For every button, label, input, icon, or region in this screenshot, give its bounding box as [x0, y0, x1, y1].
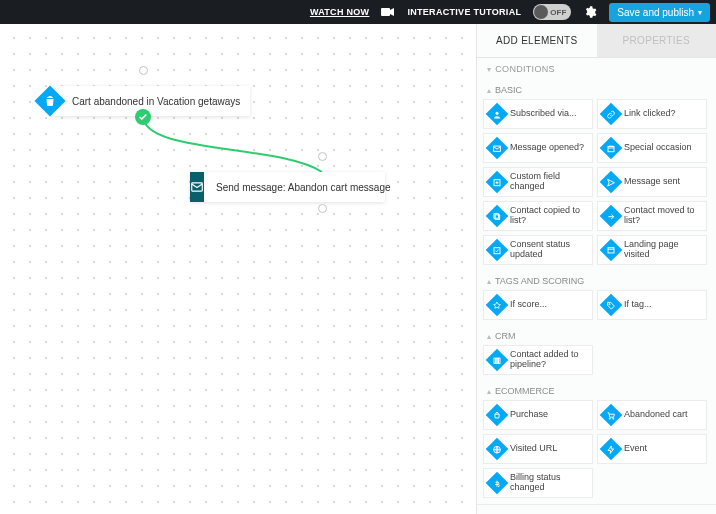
group-tags-header[interactable]: ▴TAGS AND SCORING — [477, 271, 716, 290]
video-camera-icon — [381, 7, 395, 17]
collapse-icon: ▴ — [487, 332, 491, 341]
svg-point-2 — [496, 111, 499, 114]
node-port-bottom[interactable] — [318, 204, 327, 213]
svg-rect-0 — [381, 8, 390, 16]
tab-add-elements[interactable]: ADD ELEMENTS — [477, 24, 597, 58]
collapse-icon: ▴ — [487, 86, 491, 95]
group-crm-header[interactable]: ▴CRM — [477, 326, 716, 345]
caret-down-icon: ▾ — [698, 8, 702, 17]
element-message-opened[interactable]: Message opened? — [483, 133, 593, 163]
element-link-clicked[interactable]: Link clicked? — [597, 99, 707, 129]
tutorial-toggle[interactable]: OFF — [533, 4, 571, 20]
element-event[interactable]: Event — [597, 434, 707, 464]
collapse-icon: ▴ — [487, 387, 491, 396]
action-node-icon — [190, 172, 204, 202]
section-conditions-header[interactable]: ▾CONDITIONS — [477, 58, 716, 80]
element-landing-page-visited[interactable]: Landing page visited — [597, 235, 707, 265]
svg-point-10 — [609, 303, 610, 304]
element-custom-field-changed[interactable]: Custom field changed — [483, 167, 593, 197]
chevron-down-icon: ▾ — [487, 65, 491, 74]
tab-properties[interactable]: PROPERTIES — [597, 24, 717, 58]
element-purchase[interactable]: Purchase — [483, 400, 593, 430]
element-contact-pipeline[interactable]: Contact added to pipeline? — [483, 345, 593, 375]
node-port-top[interactable] — [139, 66, 148, 75]
gear-icon[interactable] — [583, 5, 597, 19]
tutorial-label: INTERACTIVE TUTORIAL — [407, 7, 521, 17]
action-node-label: Send message: Abandon cart message — [204, 182, 403, 193]
element-consent-updated[interactable]: Consent status updated — [483, 235, 593, 265]
element-contact-copied[interactable]: Contact copied to list? — [483, 201, 593, 231]
element-billing-status[interactable]: Billing status changed — [483, 468, 593, 498]
svg-rect-12 — [496, 357, 498, 362]
save-publish-button[interactable]: Save and publish ▾ — [609, 3, 710, 22]
element-message-sent[interactable]: Message sent — [597, 167, 707, 197]
element-abandoned-cart[interactable]: Abandoned cart — [597, 400, 707, 430]
group-ecommerce-header[interactable]: ▴ECOMMERCE — [477, 381, 716, 400]
element-visited-url[interactable]: Visited URL — [483, 434, 593, 464]
svg-rect-11 — [494, 357, 496, 362]
workflow-canvas[interactable]: Cart abandoned in Vacation getaways Send… — [0, 24, 476, 514]
svg-rect-13 — [499, 357, 501, 362]
element-if-tag[interactable]: If tag... — [597, 290, 707, 320]
element-contact-moved[interactable]: Contact moved to list? — [597, 201, 707, 231]
save-button-label: Save and publish — [617, 7, 694, 18]
toggle-knob — [534, 5, 548, 19]
element-subscribed-via[interactable]: Subscribed via... — [483, 99, 593, 129]
topbar: WATCH NOW INTERACTIVE TUTORIAL OFF Save … — [0, 0, 716, 24]
element-special-occasion[interactable]: Special occasion — [597, 133, 707, 163]
element-if-score[interactable]: If score... — [483, 290, 593, 320]
node-port-top-2[interactable] — [318, 152, 327, 161]
watch-now-link[interactable]: WATCH NOW — [310, 7, 370, 17]
collapse-icon: ▴ — [487, 277, 491, 286]
trigger-node[interactable]: Cart abandoned in Vacation getaways — [50, 86, 250, 116]
sidebar-tabs: ADD ELEMENTS PROPERTIES — [477, 24, 716, 58]
trigger-node-icon — [35, 86, 65, 116]
toggle-state: OFF — [550, 8, 566, 17]
group-basic-header[interactable]: ▴BASIC — [477, 80, 716, 99]
action-node[interactable]: Send message: Abandon cart message — [190, 172, 385, 202]
trigger-node-label: Cart abandoned in Vacation getaways — [50, 96, 252, 107]
node-success-icon — [135, 109, 151, 125]
sidebar: ADD ELEMENTS PROPERTIES ▾CONDITIONS ▴BAS… — [476, 24, 716, 514]
